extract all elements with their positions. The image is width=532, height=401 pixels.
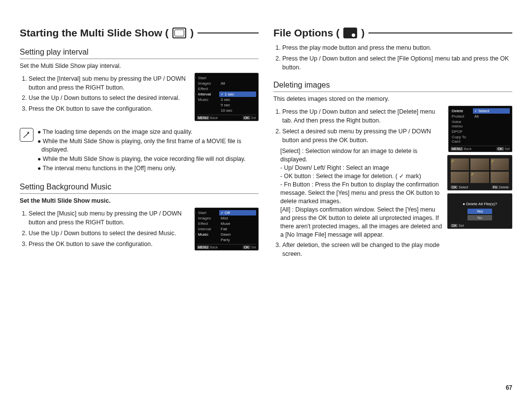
lcd-interval: Start Images Effect Interval Music - All… <box>195 73 259 121</box>
lcd-music: Start Images Effect Interval Music Off M… <box>195 208 259 250</box>
lcd-thumbnail-grid: OK Select Fn Delete <box>447 155 512 190</box>
note-item: ● While the Multi Slide Show is playing,… <box>37 137 259 154</box>
delete-step3: After deletion, the screen will be chang… <box>273 241 442 259</box>
subhead-bg-music: Setting Background Music <box>20 183 259 194</box>
note-item: ● While the Multi Slide Show is playing,… <box>37 155 259 163</box>
confirm-no: No <box>467 215 492 220</box>
file-options-icon <box>343 28 357 38</box>
list-item: Select a desired sub menu by pressing th… <box>282 127 442 145</box>
list-item: Press the Up / Down button and select th… <box>282 55 512 72</box>
sub-line: - Up/ Down/ Left/ Right : Select an imag… <box>273 164 442 172</box>
manual-page: Starting the Multi Slide Show ( ) Settin… <box>0 0 532 401</box>
sub-select: [Select] : Selection window for an image… <box>273 147 442 164</box>
sub-line: - Fn Button : Press the Fn button to dis… <box>273 181 442 206</box>
delete-steps: Press the Up / Down button and select th… <box>273 108 442 145</box>
lcd-delete-menu: Delete Protect Voice memo DPOF Copy To C… <box>448 106 512 152</box>
note-item: ● The loading time depends on the image … <box>37 128 259 136</box>
list-item: Press the play mode button and press the… <box>282 44 512 53</box>
left-column: Starting the Multi Slide Show ( ) Settin… <box>20 27 259 261</box>
list-item: Use the Up / Down buttons to select the … <box>29 229 190 238</box>
list-item: Press the Up / Down button and select th… <box>282 108 442 125</box>
subhead-delete: Deleting images <box>273 81 512 92</box>
file-options-intro-steps: Press the play mode button and press the… <box>273 44 512 72</box>
interval-steps: Select the [Interval] sub menu by pressi… <box>20 75 190 114</box>
list-item: Select the [Music] sub menu by pressing … <box>29 210 190 227</box>
subhead-play-interval: Setting play interval <box>20 48 259 59</box>
sub-all: [All] : Displays confirmation window. Se… <box>273 206 442 239</box>
slideshow-icon <box>172 28 186 38</box>
intro-music: Set the Multi Slide Show music. <box>20 197 259 206</box>
music-steps: Select the [Music] sub menu by pressing … <box>20 210 190 248</box>
sub-line: - OK button : Select the image for delet… <box>273 172 442 181</box>
heading-file-options: File Options ( ) <box>273 27 512 39</box>
rule-line <box>198 32 259 33</box>
list-item: Press the OK button to save the configur… <box>29 240 190 249</box>
note-box: ● The loading time depends on the image … <box>20 128 259 174</box>
rule-line <box>368 32 512 33</box>
list-item: After deletion, the screen will be chang… <box>282 241 442 259</box>
list-item: Use the Up / Down buttons to select the … <box>29 94 190 103</box>
list-item: Select the [Interval] sub menu by pressi… <box>29 75 190 93</box>
intro-interval: Set the Multi Slide Show play interval. <box>20 62 259 71</box>
confirm-yes: Yes <box>467 209 492 214</box>
right-column: File Options ( ) Press the play mode but… <box>273 27 512 261</box>
list-item: Press the OK button to save the configur… <box>29 105 190 114</box>
page-number: 67 <box>506 384 512 391</box>
intro-delete: This deletes images stored on the memory… <box>273 95 512 104</box>
lcd-confirm-dialog: ● Delete All File(s)? Yes No OK Set <box>447 193 512 229</box>
note-icon <box>20 128 33 142</box>
heading-slideshow: Starting the Multi Slide Show ( ) <box>20 27 259 39</box>
note-item: ● The interval menu functions in the [Of… <box>37 164 259 173</box>
